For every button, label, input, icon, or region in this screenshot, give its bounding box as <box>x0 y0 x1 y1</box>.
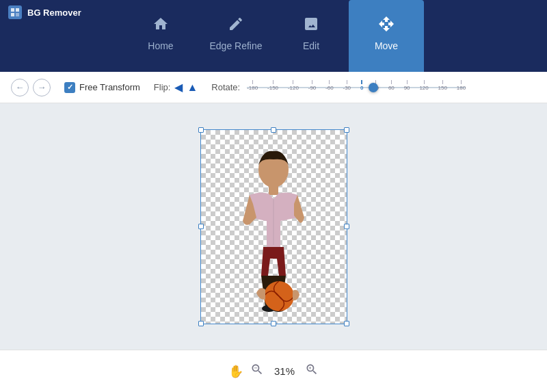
rotate-tick-label: 90 <box>404 85 410 91</box>
undo-button[interactable]: ← <box>11 79 29 96</box>
transform-handle-top-middle[interactable] <box>271 127 276 133</box>
header: BG Remover Home Edge Refine <box>0 0 547 72</box>
rotate-tick-group: -180 <box>247 80 258 91</box>
rotate-tick <box>442 80 443 84</box>
rotate-tick-label: -60 <box>325 85 334 91</box>
zoom-in-icon[interactable] <box>305 363 319 380</box>
transform-handle-bottom-right[interactable] <box>344 321 349 326</box>
rotate-tick <box>273 80 274 84</box>
flip-group: Flip: ◀ ▲ <box>154 81 198 94</box>
home-icon <box>152 16 169 36</box>
rotate-tick-label: 120 <box>419 85 428 91</box>
svg-rect-0 <box>11 8 14 12</box>
checkbox-check-icon: ✓ <box>67 83 73 92</box>
rotate-tick-label: -90 <box>308 85 317 91</box>
rotate-tick-label: -180 <box>247 85 258 91</box>
svg-rect-5 <box>269 185 278 195</box>
app-title: BG Remover <box>27 8 81 18</box>
svg-rect-2 <box>11 13 14 16</box>
rotate-tick-group: -120 <box>288 80 299 91</box>
transform-handle-bottom-left[interactable] <box>198 321 204 326</box>
zoom-value: 31% <box>271 365 298 377</box>
tab-edit[interactable]: Edit <box>274 0 349 72</box>
hand-tool-icon[interactable]: ✋ <box>228 364 243 379</box>
rotate-label: Rotate: <box>211 82 240 92</box>
rotate-tick <box>424 80 425 84</box>
rotate-tick-group: 150 <box>438 80 447 91</box>
zoom-control: ✋ 31% <box>228 363 319 380</box>
rotate-tick-group: -90 <box>308 80 317 91</box>
rotate-tick-group: 120 <box>419 80 428 91</box>
transform-handle-middle-right[interactable] <box>344 224 349 229</box>
rotate-tick-group: 90 <box>404 80 410 91</box>
rotate-tick-group: 180 <box>457 80 466 91</box>
main-canvas-area <box>0 103 547 350</box>
transform-handle-middle-left[interactable] <box>198 224 204 229</box>
flip-vertical-button[interactable]: ▲ <box>187 81 198 94</box>
rotate-tick-label: 0 <box>360 85 363 91</box>
app-logo-icon <box>8 5 22 19</box>
rotate-tick-label: -30 <box>343 85 351 91</box>
rotate-thumb[interactable] <box>369 83 378 92</box>
free-transform-group: ✓ Free Transform <box>64 82 140 93</box>
flip-horizontal-button[interactable]: ◀ <box>174 81 183 94</box>
rotate-group: Rotate: -180 -150 -120 -90 <box>211 77 466 98</box>
rotate-tick-group: 60 <box>388 80 395 91</box>
tab-edge-refine[interactable]: Edge Refine <box>198 0 274 72</box>
rotate-tick-label: -150 <box>267 85 278 91</box>
tab-move-label: Move <box>375 40 398 51</box>
rotate-tick <box>391 80 392 84</box>
rotate-tick-group: -60 <box>325 80 334 91</box>
rotate-tick-zero <box>361 80 362 84</box>
edit-icon <box>303 16 319 36</box>
move-icon <box>378 16 395 36</box>
rotate-tick <box>293 80 293 84</box>
transform-handle-top-right[interactable] <box>344 127 349 133</box>
rotate-tick-group: 0 <box>360 80 363 91</box>
rotate-tick <box>252 80 253 84</box>
toolbar-nav: ← → <box>11 79 51 96</box>
rotate-tick <box>329 80 330 84</box>
canvas-container[interactable] <box>200 129 347 324</box>
nav-tabs: Home Edge Refine Edit <box>14 0 533 72</box>
app-logo: BG Remover <box>8 5 81 19</box>
edge-refine-icon <box>228 16 244 36</box>
rotate-tick <box>312 80 312 84</box>
zoom-out-icon[interactable] <box>250 363 264 380</box>
tab-move[interactable]: Move <box>349 0 424 72</box>
toolbar: ← → ✓ Free Transform Flip: ◀ ▲ Rotate: -… <box>0 72 547 103</box>
bottom-controls: ✋ 31% <box>0 350 547 392</box>
free-transform-checkbox[interactable]: ✓ <box>64 82 75 93</box>
tab-home-label: Home <box>148 40 173 51</box>
rotate-tick-label: -120 <box>288 85 299 91</box>
rotate-tick <box>461 80 462 84</box>
tab-edit-label: Edit <box>303 40 319 51</box>
rotate-tick-label: 150 <box>438 85 447 91</box>
redo-button[interactable]: → <box>33 79 51 96</box>
rotate-ticks: -180 -150 -120 -90 -60 <box>247 77 466 98</box>
svg-rect-3 <box>16 13 19 16</box>
flip-label: Flip: <box>154 82 171 92</box>
transform-handle-bottom-middle[interactable] <box>271 321 276 326</box>
rotate-tick <box>347 80 347 84</box>
rotate-tick-group: -150 <box>267 80 278 91</box>
rotate-tick <box>407 80 408 84</box>
rotate-tick-group: -30 <box>343 80 351 91</box>
svg-rect-1 <box>16 8 19 12</box>
rotate-slider[interactable]: -180 -150 -120 -90 -60 <box>247 77 466 98</box>
person-image <box>226 139 321 324</box>
transform-handle-top-left[interactable] <box>198 127 204 133</box>
rotate-tick-label: 180 <box>457 85 466 91</box>
tab-edge-refine-label: Edge Refine <box>209 40 262 51</box>
free-transform-label: Free Transform <box>79 82 140 92</box>
rotate-tick-label: 60 <box>388 85 395 91</box>
tab-home[interactable]: Home <box>123 0 198 72</box>
